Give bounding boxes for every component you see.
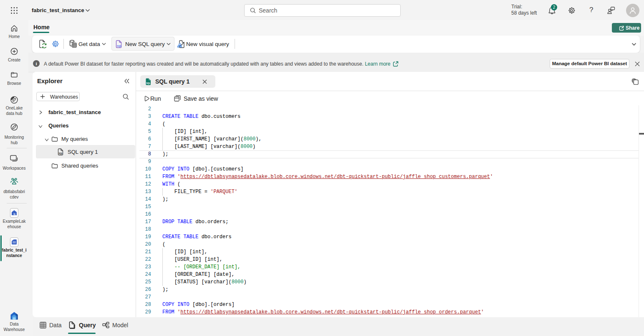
svg-text:SQL: SQL [58,152,63,155]
svg-text:SQL: SQL [146,82,150,84]
svg-text:SQL: SQL [117,45,122,47]
